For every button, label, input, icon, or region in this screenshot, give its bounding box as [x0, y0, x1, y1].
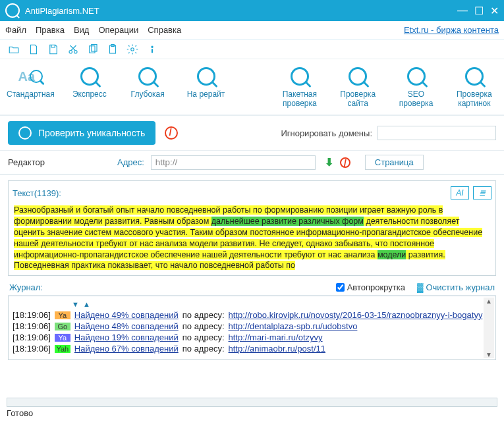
mode-seo-label2: проверка — [399, 99, 434, 108]
paste-icon[interactable] — [107, 43, 119, 55]
mode-site-label2: сайта — [347, 99, 368, 108]
log-found[interactable]: Найдено 19% совпадений — [74, 332, 179, 342]
log-url[interactable]: http://robo.kirovipk.ru/novosty/2016-03-… — [229, 310, 483, 320]
maximize-button[interactable]: ☐ — [474, 5, 484, 17]
settings-icon[interactable] — [126, 43, 138, 55]
ignore-domains-input[interactable] — [378, 126, 496, 140]
journal-header: Журнал: Автопрокрутка ▓ Очистить журнал — [8, 280, 496, 296]
loupe-icon — [197, 67, 215, 86]
cut-icon[interactable] — [67, 43, 79, 55]
toolbar — [0, 40, 504, 59]
stop-icon[interactable] — [165, 126, 178, 140]
log-at: по адресу: — [182, 310, 225, 320]
check-uniqueness-button[interactable]: Проверить уникальность — [8, 121, 155, 145]
log-found[interactable]: Найдено 49% совпадений — [74, 310, 179, 320]
log-at: по адресу: — [182, 332, 225, 342]
mode-buttons: Aa Стандартная Экспресс Глубокая На рера… — [0, 59, 504, 116]
list-tool-icon[interactable]: ≣ — [473, 186, 491, 199]
etxt-link[interactable]: Etxt.ru - биржа контента — [404, 25, 499, 35]
mode-rewrite[interactable]: На рерайт — [182, 65, 229, 108]
statusbar: Готово — [0, 395, 504, 422]
log-at: по адресу: — [182, 321, 225, 331]
mode-images-label1: Проверка — [457, 90, 492, 99]
engine-badge: Ya — [55, 311, 70, 319]
app-logo-icon — [5, 3, 20, 18]
app-title: AntiPlagiarism.NET — [25, 6, 99, 16]
mode-standard-label: Стандартная — [7, 90, 55, 99]
mode-rewrite-label: На рерайт — [187, 90, 225, 99]
mode-site[interactable]: Проверка сайта — [335, 65, 381, 108]
clear-journal-button[interactable]: ▓ Очистить журнал — [417, 282, 495, 292]
log-url[interactable]: http://mari-mari.ru/otzyvy — [229, 332, 323, 342]
svg-rect-3 — [92, 44, 97, 51]
svg-point-7 — [152, 46, 153, 47]
new-icon[interactable] — [28, 43, 40, 55]
text-content[interactable]: Разнообразный и богатый опыт начало повс… — [13, 203, 491, 273]
mode-express-label: Экспресс — [72, 90, 107, 99]
menu-view[interactable]: Вид — [74, 25, 90, 35]
mode-seo[interactable]: SEO проверка — [393, 65, 439, 108]
info-icon[interactable] — [146, 43, 158, 55]
minimize-button[interactable]: — — [457, 5, 468, 17]
loupe-icon — [138, 67, 157, 86]
log-row: [18:19:06]YahНайдено 67% совпадений по а… — [13, 343, 491, 354]
autoscroll-checkbox[interactable] — [336, 283, 345, 292]
engine-badge: Go — [55, 323, 70, 330]
loupe-icon — [349, 67, 367, 86]
address-row: Редактор Адрес: ⬇ Страница — [0, 151, 504, 175]
scrollbar[interactable]: ▲▼ — [484, 298, 494, 358]
mode-deep-label: Глубокая — [131, 90, 165, 99]
close-button[interactable]: ✕ — [490, 5, 499, 17]
mode-express[interactable]: Экспресс — [67, 65, 113, 108]
journal-label: Журнал: — [9, 282, 43, 292]
engine-badge: Ya — [55, 334, 70, 342]
ignore-domains-label: Игнорировать домены: — [281, 128, 372, 138]
log-at: по адресу: — [182, 344, 225, 354]
svg-rect-2 — [90, 45, 95, 53]
log-row: [18:19:06]GoНайдено 48% совпадений по ад… — [13, 321, 491, 332]
progress-bar — [7, 398, 497, 407]
log-found[interactable]: Найдено 48% совпадений — [74, 321, 179, 331]
log-found[interactable]: Найдено 67% совпадений — [74, 344, 179, 354]
address-label: Адрес: — [117, 157, 144, 167]
mode-deep[interactable]: Глубокая — [125, 65, 171, 108]
menu-operations[interactable]: Операции — [98, 25, 138, 35]
address-input[interactable] — [151, 155, 316, 170]
autoscroll-toggle[interactable]: Автопрокрутка — [336, 282, 405, 292]
log-url[interactable]: http://animaobr.ru/post/11 — [229, 344, 325, 354]
loupe-icon — [407, 67, 426, 86]
menu-edit[interactable]: Правка — [36, 25, 65, 35]
cancel-icon[interactable] — [340, 157, 350, 168]
journal-log: ▼ ▲ [18:19:06]YaНайдено 49% совпадений п… — [8, 296, 496, 360]
log-url[interactable]: http://dentalplaza-spb.ru/udobstvo — [229, 321, 358, 331]
engine-badge: Yah — [55, 345, 70, 353]
log-ts: [18:19:06] — [13, 310, 51, 320]
svg-point-1 — [74, 50, 78, 53]
log-row: [18:19:06]YaНайдено 49% совпадений по ад… — [13, 309, 491, 321]
loupe-icon — [291, 67, 309, 86]
log-ts: [18:19:06] — [13, 344, 51, 354]
menubar: Файл Правка Вид Операции Справка Etxt.ru… — [0, 21, 504, 40]
loupe-icon — [18, 126, 32, 140]
download-icon[interactable]: ⬇ — [325, 156, 333, 169]
sort-arrows[interactable]: ▼ ▲ — [13, 299, 491, 309]
action-row: Проверить уникальность Игнорировать доме… — [0, 116, 504, 151]
loupe-icon — [30, 70, 43, 83]
mode-seo-label1: SEO — [408, 90, 424, 99]
page-tab[interactable]: Страница — [365, 155, 424, 170]
copy-icon[interactable] — [87, 43, 99, 55]
menu-file[interactable]: Файл — [5, 25, 26, 35]
text-count-label: Текст(1139): — [13, 188, 61, 198]
mode-images-label2: картинок — [458, 99, 490, 108]
format-tool-icon[interactable]: AI — [451, 186, 469, 199]
svg-point-6 — [131, 47, 134, 51]
loupe-icon — [80, 67, 99, 86]
menu-help[interactable]: Справка — [148, 25, 181, 35]
save-icon[interactable] — [47, 43, 59, 55]
mode-standard[interactable]: Aa Стандартная — [7, 65, 55, 108]
mode-site-label1: Проверка — [340, 90, 376, 99]
mode-images[interactable]: Проверка картинок — [451, 65, 497, 108]
open-icon[interactable] — [8, 43, 20, 55]
mode-batch[interactable]: Пакетная проверка — [277, 65, 323, 108]
editor-label: Редактор — [8, 157, 45, 167]
